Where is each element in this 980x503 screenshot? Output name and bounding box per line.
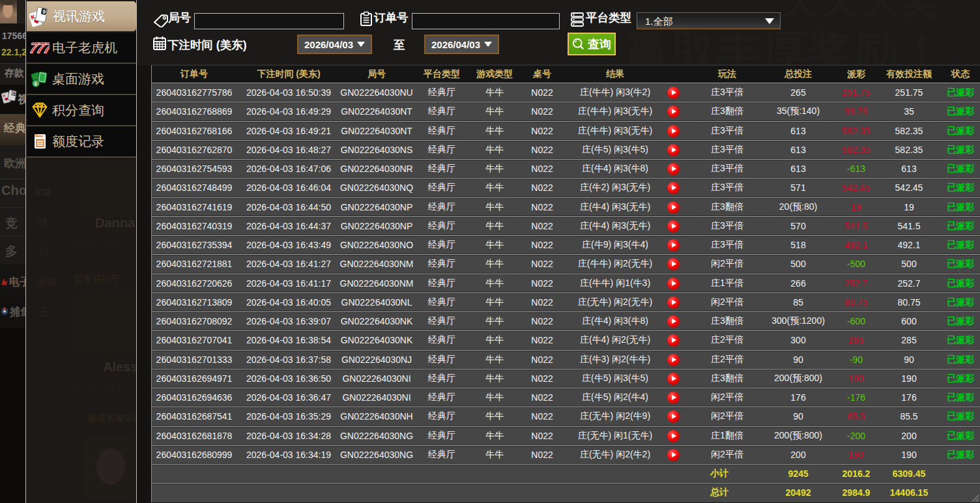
svg-text:777: 777: [30, 40, 50, 57]
svg-text:$: $: [35, 81, 37, 87]
